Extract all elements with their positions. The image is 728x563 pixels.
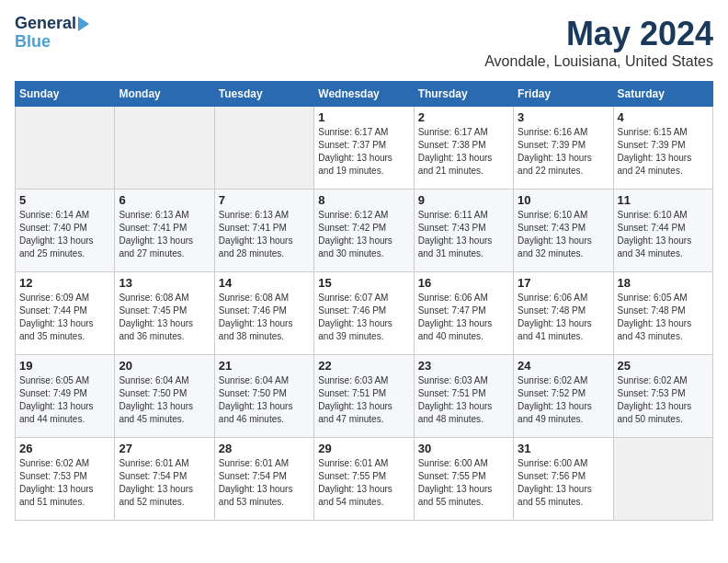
page-header: General Blue May 2024 Avondale, Louisian… [15,15,713,70]
location-title: Avondale, Louisiana, United States [484,53,713,70]
calendar-cell: 27Sunrise: 6:01 AMSunset: 7:54 PMDayligh… [115,438,214,521]
logo-text-line2: Blue [15,33,51,52]
day-number: 8 [318,193,409,207]
day-number: 2 [418,110,509,124]
day-number: 18 [618,276,709,290]
day-number: 12 [19,276,110,290]
calendar-cell: 25Sunrise: 6:02 AMSunset: 7:53 PMDayligh… [613,355,712,438]
day-info: Sunrise: 6:07 AMSunset: 7:46 PMDaylight:… [318,292,409,343]
day-number: 30 [418,442,509,455]
day-info: Sunrise: 6:17 AMSunset: 7:37 PMDaylight:… [318,126,409,178]
day-number: 1 [318,110,409,124]
calendar-cell: 1Sunrise: 6:17 AMSunset: 7:37 PMDaylight… [314,107,414,190]
day-number: 5 [19,193,110,207]
calendar-week-5: 26Sunrise: 6:02 AMSunset: 7:53 PMDayligh… [16,438,713,521]
day-info: Sunrise: 6:04 AMSunset: 7:50 PMDaylight:… [119,374,210,426]
title-block: May 2024 Avondale, Louisiana, United Sta… [484,15,713,70]
day-info: Sunrise: 6:14 AMSunset: 7:40 PMDaylight:… [19,209,110,260]
day-number: 25 [618,359,709,373]
day-number: 21 [219,359,310,373]
day-number: 19 [19,359,110,373]
calendar-cell: 29Sunrise: 6:01 AMSunset: 7:55 PMDayligh… [314,438,414,521]
day-number: 29 [318,442,409,455]
day-info: Sunrise: 6:08 AMSunset: 7:46 PMDaylight:… [219,292,310,343]
day-info: Sunrise: 6:01 AMSunset: 7:55 PMDaylight:… [318,457,409,509]
day-info: Sunrise: 6:08 AMSunset: 7:45 PMDaylight:… [119,292,210,343]
calendar-cell [16,107,115,190]
day-header-friday: Friday [514,82,613,107]
calendar-week-1: 1Sunrise: 6:17 AMSunset: 7:37 PMDaylight… [16,107,713,190]
calendar-table: SundayMondayTuesdayWednesdayThursdayFrid… [15,81,713,521]
day-number: 28 [219,442,310,455]
day-info: Sunrise: 6:00 AMSunset: 7:56 PMDaylight:… [518,457,609,509]
day-info: Sunrise: 6:10 AMSunset: 7:44 PMDaylight:… [618,209,709,260]
day-info: Sunrise: 6:06 AMSunset: 7:47 PMDaylight:… [418,292,509,343]
calendar-cell: 21Sunrise: 6:04 AMSunset: 7:50 PMDayligh… [214,355,313,438]
calendar-cell: 28Sunrise: 6:01 AMSunset: 7:54 PMDayligh… [214,438,313,521]
day-number: 9 [418,193,509,207]
day-info: Sunrise: 6:02 AMSunset: 7:52 PMDaylight:… [518,374,609,426]
day-info: Sunrise: 6:16 AMSunset: 7:39 PMDaylight:… [518,126,609,178]
calendar-cell: 4Sunrise: 6:15 AMSunset: 7:39 PMDaylight… [613,107,712,190]
calendar-cell: 13Sunrise: 6:08 AMSunset: 7:45 PMDayligh… [115,272,214,355]
day-number: 7 [219,193,310,207]
day-number: 6 [119,193,210,207]
day-info: Sunrise: 6:03 AMSunset: 7:51 PMDaylight:… [318,374,409,426]
day-number: 20 [119,359,210,373]
calendar-cell: 5Sunrise: 6:14 AMSunset: 7:40 PMDaylight… [16,190,115,272]
day-info: Sunrise: 6:17 AMSunset: 7:38 PMDaylight:… [418,126,509,178]
day-number: 13 [119,276,210,290]
calendar-cell: 30Sunrise: 6:00 AMSunset: 7:55 PMDayligh… [414,438,513,521]
day-info: Sunrise: 6:10 AMSunset: 7:43 PMDaylight:… [518,209,609,260]
calendar-cell: 8Sunrise: 6:12 AMSunset: 7:42 PMDaylight… [314,190,414,272]
day-number: 24 [518,359,609,373]
day-info: Sunrise: 6:09 AMSunset: 7:44 PMDaylight:… [19,292,110,343]
calendar-cell: 16Sunrise: 6:06 AMSunset: 7:47 PMDayligh… [414,272,513,355]
day-info: Sunrise: 6:02 AMSunset: 7:53 PMDaylight:… [19,457,110,509]
logo: General Blue [15,15,89,52]
day-number: 27 [119,442,210,455]
day-info: Sunrise: 6:01 AMSunset: 7:54 PMDaylight:… [219,457,310,509]
day-number: 31 [518,442,609,455]
calendar-cell [115,107,214,190]
day-info: Sunrise: 6:13 AMSunset: 7:41 PMDaylight:… [119,209,210,260]
day-info: Sunrise: 6:15 AMSunset: 7:39 PMDaylight:… [618,126,709,178]
day-number: 11 [618,193,709,207]
calendar-cell: 23Sunrise: 6:03 AMSunset: 7:51 PMDayligh… [414,355,513,438]
calendar-cell: 24Sunrise: 6:02 AMSunset: 7:52 PMDayligh… [514,355,613,438]
calendar-week-4: 19Sunrise: 6:05 AMSunset: 7:49 PMDayligh… [16,355,713,438]
calendar-cell: 3Sunrise: 6:16 AMSunset: 7:39 PMDaylight… [514,107,613,190]
calendar-cell: 2Sunrise: 6:17 AMSunset: 7:38 PMDaylight… [414,107,513,190]
day-header-saturday: Saturday [613,82,712,107]
day-number: 14 [219,276,310,290]
day-number: 26 [19,442,110,455]
day-info: Sunrise: 6:13 AMSunset: 7:41 PMDaylight:… [219,209,310,260]
month-title: May 2024 [484,15,713,53]
calendar-cell: 12Sunrise: 6:09 AMSunset: 7:44 PMDayligh… [16,272,115,355]
day-number: 10 [518,193,609,207]
day-number: 3 [518,110,609,124]
calendar-cell: 10Sunrise: 6:10 AMSunset: 7:43 PMDayligh… [514,190,613,272]
day-number: 17 [518,276,609,290]
day-number: 16 [418,276,509,290]
calendar-cell: 15Sunrise: 6:07 AMSunset: 7:46 PMDayligh… [314,272,414,355]
calendar-week-3: 12Sunrise: 6:09 AMSunset: 7:44 PMDayligh… [16,272,713,355]
calendar-cell: 19Sunrise: 6:05 AMSunset: 7:49 PMDayligh… [16,355,115,438]
day-header-tuesday: Tuesday [214,82,313,107]
calendar-cell: 11Sunrise: 6:10 AMSunset: 7:44 PMDayligh… [613,190,712,272]
day-number: 4 [618,110,709,124]
calendar-cell: 7Sunrise: 6:13 AMSunset: 7:41 PMDaylight… [214,190,313,272]
day-info: Sunrise: 6:03 AMSunset: 7:51 PMDaylight:… [418,374,509,426]
calendar-cell: 18Sunrise: 6:05 AMSunset: 7:48 PMDayligh… [613,272,712,355]
day-info: Sunrise: 6:00 AMSunset: 7:55 PMDaylight:… [418,457,509,509]
calendar-cell: 20Sunrise: 6:04 AMSunset: 7:50 PMDayligh… [115,355,214,438]
calendar-cell: 17Sunrise: 6:06 AMSunset: 7:48 PMDayligh… [514,272,613,355]
calendar-cell [613,438,712,521]
day-header-wednesday: Wednesday [314,82,414,107]
logo-text-line1: General [15,15,76,33]
day-info: Sunrise: 6:12 AMSunset: 7:42 PMDaylight:… [318,209,409,260]
calendar-cell: 14Sunrise: 6:08 AMSunset: 7:46 PMDayligh… [214,272,313,355]
day-info: Sunrise: 6:05 AMSunset: 7:48 PMDaylight:… [618,292,709,343]
day-info: Sunrise: 6:01 AMSunset: 7:54 PMDaylight:… [119,457,210,509]
calendar-cell: 6Sunrise: 6:13 AMSunset: 7:41 PMDaylight… [115,190,214,272]
